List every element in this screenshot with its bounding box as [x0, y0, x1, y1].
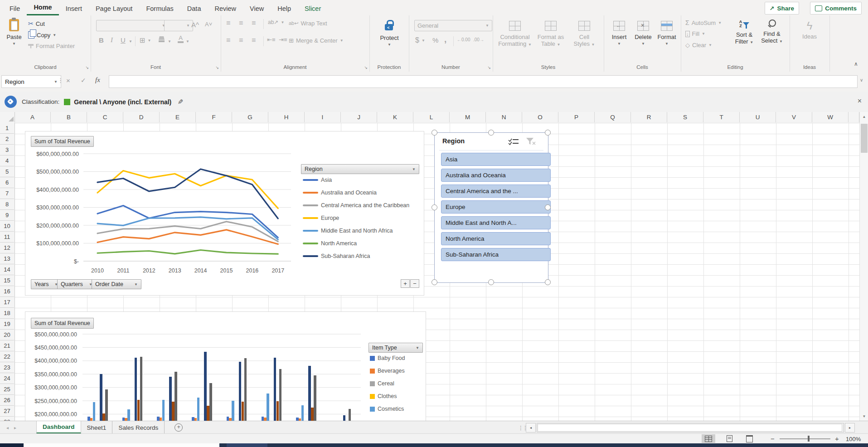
row-header-22[interactable]: 22: [0, 351, 14, 362]
row-header-23[interactable]: 23: [0, 362, 14, 373]
ideas-button[interactable]: ϟ Ideas: [800, 20, 819, 40]
slicer-resize-handle[interactable]: [432, 279, 437, 285]
column-header-V[interactable]: V: [776, 112, 812, 122]
fill-button[interactable]: ↓ Fill▼: [685, 30, 705, 37]
row-header-25[interactable]: 25: [0, 384, 14, 395]
font-color-button[interactable]: A: [178, 35, 184, 43]
column-header-B[interactable]: B: [51, 112, 87, 122]
name-box-splitter[interactable]: ⋮: [58, 77, 63, 84]
row-header-15[interactable]: 15: [0, 275, 14, 286]
column-header-D[interactable]: D: [123, 112, 160, 122]
conditional-formatting-button[interactable]: ConditionalFormatting ▼: [497, 21, 533, 48]
column-header-S[interactable]: S: [667, 112, 703, 122]
delete-cells-button[interactable]: Delete▼: [633, 21, 654, 47]
row-header-27[interactable]: 27: [0, 406, 14, 417]
column-header-I[interactable]: I: [305, 112, 341, 122]
italic-button[interactable]: I: [111, 36, 113, 44]
zoom-level[interactable]: 100%: [846, 436, 861, 442]
format-as-table-button[interactable]: Format asTable ▼: [534, 21, 567, 48]
region-slicer[interactable]: Region AsiaAustralia and OceaniaCentral …: [434, 132, 548, 283]
autosum-button[interactable]: Σ AutoSum▼: [685, 19, 722, 26]
bold-button[interactable]: B: [99, 36, 104, 44]
column-header-partial[interactable]: [849, 112, 859, 122]
column-header-H[interactable]: H: [268, 112, 305, 122]
slicer-resize-handle[interactable]: [545, 130, 551, 136]
cut-button[interactable]: ✂ Cut: [28, 20, 45, 27]
font-name-combo[interactable]: ▼: [96, 20, 169, 31]
column-header-A[interactable]: A: [15, 112, 51, 122]
cancel-formula-icon[interactable]: ×: [66, 77, 70, 84]
hscroll-left-icon[interactable]: ◂: [526, 423, 536, 432]
slicer-item-europe[interactable]: Europe: [441, 200, 551, 214]
select-all-corner[interactable]: [0, 112, 15, 122]
column-header-P[interactable]: P: [558, 112, 595, 122]
pivot-line-chart[interactable]: Sum of Total Revenue $600,000,000.00$500…: [25, 131, 424, 296]
ribbon-tab-home[interactable]: Home: [27, 0, 58, 15]
orientation-icon[interactable]: ab↗▼: [268, 19, 284, 25]
row-header-10[interactable]: 10: [0, 221, 14, 232]
ribbon-tab-data[interactable]: Data: [180, 2, 208, 15]
slicer-multiselect-icon[interactable]: [508, 138, 519, 146]
row-header-17[interactable]: 17: [0, 297, 14, 308]
font-color-dropdown-icon[interactable]: ▼: [186, 39, 189, 44]
ribbon-tab-page-layout[interactable]: Page Layout: [89, 2, 139, 15]
slicer-resize-handle[interactable]: [432, 130, 437, 136]
new-sheet-button[interactable]: +: [175, 421, 183, 434]
slicer-item-central-america-and-the[interactable]: Central America and the ...: [441, 185, 551, 198]
slicer-item-australia-and-oceania[interactable]: Australia and Oceania: [441, 169, 551, 182]
increase-indent-icon[interactable]: ⇥≡: [279, 36, 287, 43]
row-header-26[interactable]: 26: [0, 395, 14, 406]
slicer-resize-handle[interactable]: [545, 279, 551, 285]
expand-formula-bar-icon[interactable]: ∨: [860, 78, 863, 83]
align-center-icon[interactable]: ≡: [239, 36, 243, 44]
row-header-14[interactable]: 14: [0, 264, 14, 275]
normal-view-button[interactable]: [702, 434, 715, 443]
increase-decimal-icon[interactable]: ←0.00: [457, 37, 470, 42]
column-header-N[interactable]: N: [486, 112, 522, 122]
ribbon-tab-insert[interactable]: Insert: [59, 2, 89, 15]
ribbon-tab-file[interactable]: File: [3, 2, 27, 15]
slicer-resize-handle[interactable]: [488, 130, 494, 136]
decrease-indent-icon[interactable]: ⇤≡: [267, 36, 275, 43]
slicer-item-north-america[interactable]: North America: [441, 232, 551, 245]
chart1-collapse-button[interactable]: −: [410, 279, 419, 288]
cell-styles-button[interactable]: CellStyles ▼: [570, 21, 599, 48]
column-header-F[interactable]: F: [196, 112, 232, 122]
row-header-13[interactable]: 13: [0, 253, 14, 264]
row-header-16[interactable]: 16: [0, 286, 14, 297]
sheet-tab-sales-records[interactable]: Sales Records: [112, 421, 165, 434]
align-top-icon[interactable]: ≡: [226, 19, 230, 27]
column-header-R[interactable]: R: [631, 112, 667, 122]
column-header-M[interactable]: M: [450, 112, 486, 122]
slicer-resize-handle[interactable]: [488, 279, 494, 285]
zoom-slider-thumb[interactable]: [808, 436, 810, 442]
row-header-7[interactable]: 7: [0, 188, 14, 199]
ribbon-tab-help[interactable]: Help: [271, 2, 298, 15]
row-header-24[interactable]: 24: [0, 373, 14, 384]
chart1-legend-field-button[interactable]: Region ▼: [301, 164, 419, 174]
zoom-out-icon[interactable]: −: [771, 435, 775, 442]
comments-button[interactable]: Comments: [810, 2, 862, 15]
find-select-button[interactable]: Find &Select ▼: [759, 19, 785, 45]
underline-dropdown-icon[interactable]: ▼: [129, 39, 132, 44]
row-header-21[interactable]: 21: [0, 340, 14, 351]
column-header-G[interactable]: G: [232, 112, 268, 122]
align-middle-icon[interactable]: ≡: [239, 19, 243, 27]
format-painter-button[interactable]: Format Painter: [28, 43, 75, 49]
next-sheet-icon[interactable]: ▸: [14, 425, 16, 430]
fill-color-button[interactable]: [159, 36, 165, 42]
increase-font-icon[interactable]: A^: [191, 21, 199, 29]
column-header-L[interactable]: L: [413, 112, 450, 122]
paste-button[interactable]: Paste ▼: [4, 19, 24, 47]
row-header-4[interactable]: 4: [0, 155, 14, 166]
row-header-11[interactable]: 11: [0, 232, 14, 243]
row-header-8[interactable]: 8: [0, 199, 14, 210]
column-header-W[interactable]: W: [812, 112, 849, 122]
ribbon-tab-formulas[interactable]: Formulas: [139, 2, 180, 15]
row-header-5[interactable]: 5: [0, 166, 14, 177]
row-header-9[interactable]: 9: [0, 210, 14, 221]
clipboard-dialog-launcher-icon[interactable]: ↘: [85, 65, 89, 70]
slicer-item-sub-saharan-africa[interactable]: Sub-Saharan Africa: [441, 248, 551, 261]
sheet-tab-dashboard[interactable]: Dashboard: [36, 421, 81, 434]
zoom-in-icon[interactable]: +: [835, 435, 839, 442]
